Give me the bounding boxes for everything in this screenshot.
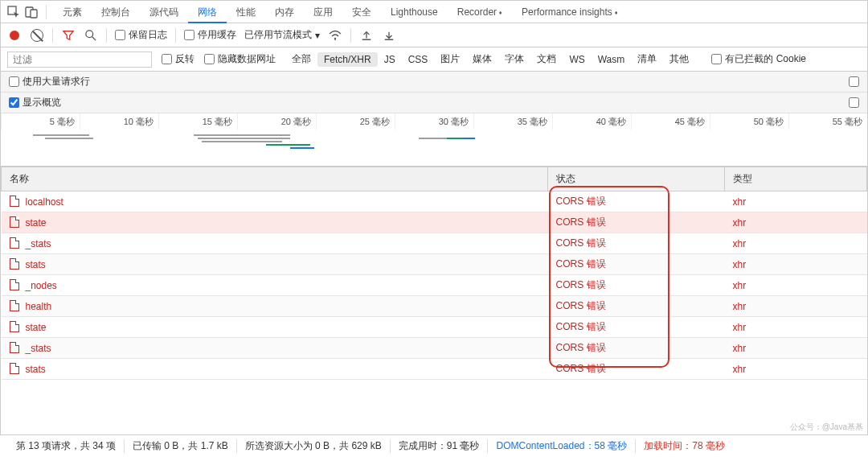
disable-cache-checkbox[interactable]: 停用缓存 <box>184 28 236 42</box>
cell-type: xhr <box>725 359 867 380</box>
cell-name: state <box>2 317 548 338</box>
device-toggle-icon[interactable] <box>23 4 39 20</box>
hide-data-urls-checkbox[interactable]: 隐藏数据网址 <box>204 52 276 66</box>
request-row[interactable]: _statsCORS 错误xhr <box>2 233 867 254</box>
file-icon <box>10 216 19 228</box>
request-row[interactable]: stateCORS 错误xhr <box>2 212 867 233</box>
cell-type: xhr <box>725 191 867 212</box>
tab-控制台[interactable]: 控制台 <box>92 1 140 23</box>
cell-status: CORS 错误 <box>548 296 725 317</box>
request-row[interactable]: localhostCORS 错误xhr <box>2 191 867 212</box>
record-button[interactable] <box>7 28 22 43</box>
file-icon <box>10 279 19 290</box>
large-rows-option: 使用大量请求行 <box>1 72 867 93</box>
tab-应用[interactable]: 应用 <box>304 1 342 23</box>
blocked-cookies-checkbox[interactable]: 有已拦截的 Cookie <box>711 52 806 66</box>
svg-point-3 <box>86 30 93 37</box>
overview-timeline[interactable]: 5 毫秒10 毫秒15 毫秒20 毫秒25 毫秒30 毫秒35 毫秒40 毫秒4… <box>1 113 867 167</box>
file-icon <box>10 363 19 374</box>
show-overview-checkbox[interactable]: 显示概览 <box>9 96 61 109</box>
cell-type: xhr <box>725 233 867 254</box>
filter-input[interactable] <box>7 51 152 68</box>
preserve-log-checkbox[interactable]: 保留日志 <box>115 28 167 42</box>
request-row[interactable]: healthCORS 错误xhr <box>2 296 867 317</box>
ruler-tick: 15 毫秒 <box>158 113 237 130</box>
separator <box>350 28 351 43</box>
tab-元素[interactable]: 元素 <box>53 1 92 23</box>
tab-安全[interactable]: 安全 <box>342 1 381 23</box>
download-har-icon[interactable] <box>382 28 396 43</box>
tab-内存[interactable]: 内存 <box>265 1 304 23</box>
tab-性能[interactable]: 性能 <box>227 1 265 23</box>
status-finish: 完成用时：91 毫秒 <box>391 439 489 453</box>
type-filter-js[interactable]: JS <box>378 52 402 67</box>
preserve-log-label: 保留日志 <box>129 28 167 42</box>
file-icon <box>10 237 19 249</box>
col-header-name[interactable]: 名称 <box>2 167 548 191</box>
tab-lighthouse[interactable]: Lighthouse <box>381 1 448 23</box>
svg-point-5 <box>334 39 336 40</box>
cell-name: _stats <box>2 338 548 359</box>
ruler-tick: 40 毫秒 <box>552 113 631 130</box>
ruler-tick: 30 毫秒 <box>395 113 473 130</box>
throttling-dropdown[interactable]: 已停用节流模式▾ <box>244 28 320 42</box>
type-filter-ws[interactable]: WS <box>563 52 591 67</box>
request-row[interactable]: _nodesCORS 错误xhr <box>2 275 867 296</box>
file-icon <box>10 196 19 207</box>
separator <box>52 28 53 43</box>
tab-源代码[interactable]: 源代码 <box>140 1 188 23</box>
large-rows-checkbox[interactable]: 使用大量请求行 <box>9 75 90 89</box>
type-filter-媒体[interactable]: 媒体 <box>466 51 498 68</box>
upload-har-icon[interactable] <box>359 28 374 43</box>
type-filter-字体[interactable]: 字体 <box>498 51 530 68</box>
cell-name: _nodes <box>2 275 548 296</box>
large-rows-aux-checkbox[interactable] <box>849 76 859 87</box>
file-icon <box>10 342 19 353</box>
type-filter-全部[interactable]: 全部 <box>285 51 317 68</box>
filter-bar: 反转 隐藏数据网址 全部Fetch/XHRJSCSS图片媒体字体文档WSWasm… <box>1 47 867 72</box>
cell-type: xhr <box>725 275 867 296</box>
request-row[interactable]: _statsCORS 错误xhr <box>2 338 867 359</box>
overview-waterfall <box>1 130 867 166</box>
cell-status: CORS 错误 <box>548 317 725 338</box>
tab-网络[interactable]: 网络 <box>188 1 227 23</box>
request-row[interactable]: stateCORS 错误xhr <box>2 317 867 338</box>
type-filter-wasm[interactable]: Wasm <box>592 52 632 67</box>
preview-badge-icon: ⬧ <box>498 1 502 23</box>
invert-checkbox[interactable]: 反转 <box>162 52 194 66</box>
cell-type: xhr <box>725 296 867 317</box>
type-filter-fetch-xhr[interactable]: Fetch/XHR <box>317 52 378 67</box>
type-filter-文档[interactable]: 文档 <box>530 51 563 68</box>
file-icon <box>10 300 19 311</box>
cell-status: CORS 错误 <box>548 254 725 275</box>
filter-toggle-icon[interactable] <box>61 28 76 43</box>
cell-type: xhr <box>725 212 867 233</box>
col-header-status[interactable]: 状态 <box>548 167 725 191</box>
show-overview-aux-checkbox[interactable] <box>849 97 859 108</box>
ruler-tick: 35 毫秒 <box>473 113 552 130</box>
search-icon[interactable] <box>84 28 98 43</box>
cell-status: CORS 错误 <box>548 338 725 359</box>
status-transferred: 已传输 0 B，共 1.7 kB <box>125 439 237 453</box>
col-header-type[interactable]: 类型 <box>725 167 867 191</box>
status-bar: 第 13 项请求，共 34 项 已传输 0 B，共 1.7 kB 所选资源大小为… <box>0 434 868 457</box>
type-filter-css[interactable]: CSS <box>402 52 435 67</box>
request-row[interactable]: statsCORS 错误xhr <box>2 359 867 380</box>
status-domcontentloaded: DOMContentLoaded：58 毫秒 <box>488 439 636 453</box>
wifi-icon[interactable] <box>328 28 342 43</box>
type-filter-清单[interactable]: 清单 <box>631 51 663 68</box>
tab-recorder[interactable]: Recorder⬧ <box>448 1 512 23</box>
clear-button[interactable] <box>30 28 44 43</box>
svg-line-4 <box>92 36 96 39</box>
type-filter-图片[interactable]: 图片 <box>434 51 466 68</box>
request-row[interactable]: statsCORS 错误xhr <box>2 254 867 275</box>
cell-status: CORS 错误 <box>548 275 725 296</box>
inspect-icon[interactable] <box>6 4 22 20</box>
cell-status: CORS 错误 <box>548 359 725 380</box>
type-filter-其他[interactable]: 其他 <box>663 51 695 68</box>
watermark-text: 公众号：@Java基基 <box>790 422 863 433</box>
network-toolbar: 保留日志 停用缓存 已停用节流模式▾ <box>1 23 867 47</box>
show-overview-option: 显示概览 <box>1 93 867 113</box>
tab-performance-insights[interactable]: Performance insights⬧ <box>512 1 628 23</box>
status-requests: 第 13 项请求，共 34 项 <box>8 439 125 453</box>
